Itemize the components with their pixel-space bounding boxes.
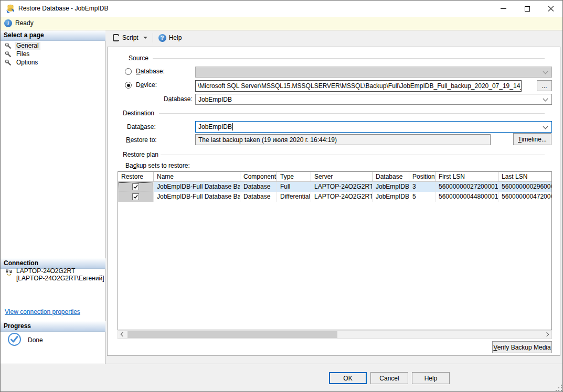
help-icon: ? — [158, 34, 166, 42]
main-area: Script ? Help Source Database: Device: \… — [105, 30, 563, 364]
text-caret — [232, 123, 233, 130]
cell-name: JobEmpIDB-Full Database Backup — [154, 192, 240, 202]
cell-server: LAPTOP-24O2G2RT — [311, 182, 373, 192]
restore-to-value: The last backup taken (19 июля 2020 г. 1… — [198, 136, 337, 144]
select-a-page-header: Select a page — [1, 30, 105, 41]
cancel-label: Cancel — [379, 375, 399, 382]
connection-info: LAPTOP-24O2G2RT [LAPTOP-24O2G2RT\Евгений… — [16, 267, 104, 282]
cancel-button[interactable]: Cancel — [370, 372, 408, 384]
source-database-dropdown[interactable]: JobEmpIDB — [195, 94, 552, 105]
sidebar-item-label: General — [15, 42, 40, 50]
timeline-button[interactable]: Timeline... — [513, 133, 551, 145]
sidebar-item-label: Options — [15, 59, 39, 67]
wrench-icon — [5, 42, 12, 49]
scrollbar-thumb[interactable] — [128, 331, 337, 338]
backup-sets-caption: Backup sets to restore: — [125, 162, 190, 169]
minimize-icon — [501, 8, 506, 9]
window-title: Restore Database - JobEmpIDB — [18, 1, 108, 17]
help-label: Help — [169, 34, 182, 41]
done-check-icon — [7, 332, 22, 346]
column-header-restore[interactable]: Restore — [118, 172, 154, 181]
device-path-input[interactable]: \Microsoft SQL Server\MSSQL15.MSSQLSERVE… — [195, 80, 522, 92]
sidebar: Select a page General Files Optio — [1, 30, 105, 364]
sidebar-item-options[interactable]: Options — [5, 58, 39, 67]
table-row[interactable]: JobEmpIDB-Full Database Backup Database … — [118, 192, 551, 202]
scroll-left-arrow[interactable] — [118, 331, 127, 339]
script-button[interactable]: Script — [110, 32, 150, 43]
sidebar-item-label: Files — [15, 50, 31, 58]
column-header-name[interactable]: Name — [154, 172, 240, 181]
column-header-component[interactable]: Component — [240, 172, 277, 181]
script-label: Script — [122, 34, 139, 41]
destination-database-combo[interactable]: JobEmpIDB — [195, 121, 552, 133]
cell-component: Database — [240, 192, 277, 202]
device-path-value: \Microsoft SQL Server\MSSQL15.MSSQLSERVE… — [198, 82, 522, 90]
wrench-icon — [5, 59, 12, 66]
status-strip: i Ready — [1, 17, 562, 30]
restore-checkbox-cell[interactable] — [118, 182, 154, 192]
toolbar-separator — [153, 33, 153, 42]
script-icon — [112, 34, 120, 42]
status-text: Ready — [15, 17, 34, 30]
cell-component: Database — [240, 182, 277, 192]
ok-label: OK — [343, 375, 352, 382]
titlebar: Restore Database - JobEmpIDB — [1, 1, 562, 17]
column-header-last-lsn[interactable]: Last LSN — [498, 172, 551, 181]
source-database-label: Database: — [164, 95, 193, 103]
horizontal-scrollbar[interactable] — [118, 330, 552, 339]
timeline-label: Timeline... — [518, 136, 547, 143]
maximize-button[interactable] — [515, 1, 539, 17]
cell-last-lsn: 56000000029600001 — [498, 182, 551, 192]
browse-button[interactable]: ... — [537, 80, 552, 91]
checkbox-checked[interactable] — [132, 193, 139, 200]
restore-plan-group-label: Restore plan — [123, 151, 158, 158]
chevron-down-icon — [543, 96, 548, 102]
connection-server: LAPTOP-24O2G2RT — [16, 267, 104, 275]
scroll-right-arrow[interactable] — [543, 331, 551, 339]
restore-plan-group-line — [161, 155, 545, 155]
sidebar-item-files[interactable]: Files — [5, 50, 31, 58]
cell-database: JobEmpIDB — [373, 182, 409, 192]
grid-header-row: Restore Name Component Type Server Datab… — [118, 172, 551, 182]
resize-grip[interactable] — [556, 385, 562, 391]
chevron-down-icon[interactable] — [143, 37, 147, 39]
verify-backup-media-button[interactable]: Verify Backup Media — [492, 341, 552, 353]
checkbox-checked[interactable] — [132, 183, 139, 190]
source-group-label: Source — [129, 55, 148, 62]
wrench-icon — [5, 51, 12, 58]
cell-name: JobEmpIDB-Full Database Backup — [154, 182, 240, 192]
database-radio[interactable] — [125, 68, 132, 75]
restore-checkbox-cell[interactable] — [118, 192, 154, 202]
close-button[interactable] — [539, 1, 562, 17]
chevron-down-icon — [543, 69, 548, 74]
restore-to-label: Restore to: — [126, 136, 157, 144]
help-toolbar-button[interactable]: ? Help — [156, 32, 184, 43]
help-label: Help — [424, 375, 438, 382]
sidebar-item-general[interactable]: General — [5, 41, 40, 50]
help-button[interactable]: Help — [412, 372, 450, 384]
content-panel: Source Database: Device: \Microsoft SQL … — [107, 47, 560, 356]
cell-type: Full — [277, 182, 311, 192]
cell-position: 5 — [409, 192, 435, 202]
verify-backup-media-label: Verify Backup Media — [493, 344, 550, 351]
table-row[interactable]: JobEmpIDB-Full Database Backup Database … — [118, 182, 551, 192]
minimize-button[interactable] — [492, 1, 515, 17]
cell-first-lsn: 56000000044800001 — [435, 192, 498, 202]
column-header-first-lsn[interactable]: First LSN — [435, 172, 498, 181]
device-radio-label: Device: — [136, 81, 157, 89]
close-icon — [548, 6, 554, 12]
cell-server: LAPTOP-24O2G2RT — [311, 192, 373, 202]
ok-button[interactable]: OK — [329, 372, 367, 384]
column-header-server[interactable]: Server — [311, 172, 373, 181]
restore-to-field: The last backup taken (19 июля 2020 г. 1… — [195, 134, 491, 145]
connection-login: [LAPTOP-24O2G2RT\Евгений] — [16, 275, 104, 282]
toolbar: Script ? Help — [105, 30, 563, 45]
view-connection-properties-link[interactable]: View connection properties — [5, 308, 80, 315]
progress-header: Progress — [1, 321, 105, 332]
column-header-type[interactable]: Type — [277, 172, 311, 181]
device-radio[interactable] — [125, 82, 132, 89]
source-database-combo — [195, 67, 552, 78]
column-header-position[interactable]: Position — [409, 172, 435, 181]
source-database-value: JobEmpIDB — [198, 96, 232, 103]
column-header-database[interactable]: Database — [373, 172, 409, 181]
